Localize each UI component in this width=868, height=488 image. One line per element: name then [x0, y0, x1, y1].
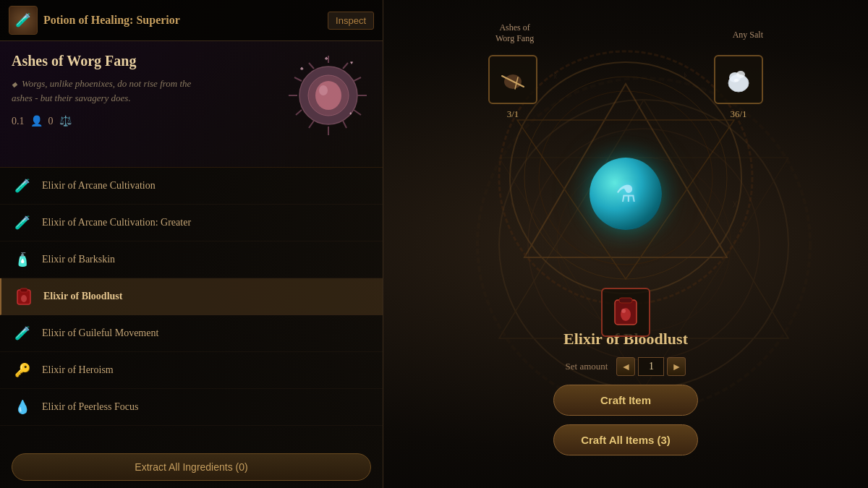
svg-text:♦: ♦ [349, 111, 352, 116]
top-bar: 🧪 Potion of Healing: Superior Inspect [0, 0, 383, 41]
list-item[interactable]: 🧪 Elixir of Arcane Cultivation: Greater [0, 205, 383, 241]
list-item[interactable]: 🧪 Elixir of Guileful Movement [0, 315, 383, 352]
item-label: Elixir of Guileful Movement [42, 328, 158, 339]
ingredient2-slot-area[interactable]: 36/1 [714, 55, 763, 120]
svg-line-11 [343, 63, 348, 69]
item-count: 0 [48, 116, 54, 127]
item-label: Elixir of Peerless Focus [42, 401, 138, 413]
item-icon: 🧴 [12, 249, 33, 270]
svg-point-47 [736, 71, 745, 78]
amount-control: ◄ 1 ► [616, 357, 686, 376]
item-label: Elixir of Arcane Cultivation [42, 180, 156, 192]
left-panel: 🧪 Potion of Healing: Superior Inspect As… [0, 0, 383, 488]
center-orb-icon: ⚗ [616, 180, 637, 207]
svg-text:ᚷ: ᚷ [733, 200, 737, 208]
item-icon: 🧪 [12, 322, 33, 344]
svg-point-48 [734, 79, 739, 82]
ingredient2-slot[interactable] [714, 55, 763, 104]
craft-all-button[interactable]: Craft All Items (3) [553, 424, 698, 455]
item-thumbnail: ♠ ♥ ♦ ♣ [281, 48, 375, 142]
item-icon: 🧪 [12, 175, 33, 197]
ingredient1-slot-area[interactable]: 3/1 [488, 55, 537, 120]
svg-text:ᚱ: ᚱ [553, 72, 558, 80]
amount-increase-button[interactable]: ► [667, 357, 686, 376]
item-icon: 🧪 [12, 212, 33, 234]
svg-text:ᚦ: ᚦ [684, 72, 688, 80]
ingredient2-count: 36/1 [730, 108, 746, 120]
svg-text:♥: ♥ [350, 60, 353, 66]
item-label: Elixir of Heroism [42, 364, 114, 376]
ingredient1-count: 3/1 [507, 108, 519, 120]
count-icon: ⚖️ [59, 115, 72, 127]
list-item[interactable]: 🧴 Elixir of Barkskin [0, 241, 383, 278]
ingredient1-slot[interactable] [488, 55, 537, 104]
ingredient1-label-area: Ashes ofWorg Fang [495, 22, 534, 45]
item-list: 🧪 Elixir of Arcane Cultivation 🧪 Elixir … [0, 168, 383, 426]
item-icon: 🧪 [9, 6, 38, 35]
item-icon: 💧 [12, 396, 33, 418]
amount-value: 1 [638, 357, 664, 376]
craft-item-button[interactable]: Craft Item [553, 385, 698, 416]
ingredient1-label: Ashes ofWorg Fang [495, 22, 534, 45]
extract-all-button[interactable]: Extract All Ingredients (0) [12, 453, 371, 481]
magic-circle: ᚱ ᚦ ᚾ ᚷ ᛟ Ashes ofWorg Fang Any Salt [467, 48, 785, 351]
list-item-selected[interactable]: Elixir of Bloodlust [0, 278, 383, 315]
amount-control-area: Set amount ◄ 1 ► [566, 357, 686, 376]
svg-line-17 [309, 121, 314, 128]
svg-line-18 [296, 110, 302, 115]
item-card: Ashes of Worg Fang Worgs, unlike phoenix… [0, 41, 383, 168]
svg-line-14 [354, 110, 361, 115]
ingredient2-label-area: Any Salt [733, 30, 763, 41]
item-card-description: Worgs, unlike phoenixes, do not rise fro… [12, 77, 200, 105]
top-bar-title: Potion of Healing: Superior [43, 14, 180, 27]
ingredient2-label: Any Salt [733, 30, 763, 41]
item-label: Elixir of Bloodlust [43, 291, 122, 302]
result-slot-area[interactable] [601, 288, 650, 337]
svg-point-8 [315, 81, 341, 110]
result-slot[interactable] [601, 288, 650, 337]
svg-rect-50 [619, 298, 632, 303]
svg-line-20 [294, 77, 302, 81]
svg-point-52 [621, 309, 626, 313]
svg-line-21 [309, 63, 314, 69]
amount-decrease-button[interactable]: ◄ [616, 357, 635, 376]
item-label: Elixir of Arcane Cultivation: Greater [42, 217, 191, 228]
set-amount-label: Set amount [566, 361, 608, 372]
list-item[interactable]: 💧 Elixir of Peerless Focus [0, 389, 383, 426]
list-item[interactable]: 🧪 Elixir of Arcane Cultivation [0, 168, 383, 205]
weight-icon: 👤 [30, 115, 43, 127]
item-label: Elixir of Barkskin [42, 254, 115, 265]
svg-line-12 [354, 77, 361, 81]
svg-text:ᚾ: ᚾ [510, 200, 514, 208]
inspect-button[interactable]: Inspect [328, 12, 374, 30]
svg-text:♣: ♣ [300, 66, 304, 72]
svg-point-9 [319, 85, 328, 95]
right-panel: ᚱ ᚦ ᚾ ᚷ ᛟ Ashes ofWorg Fang Any Salt [383, 0, 868, 488]
center-orb: ⚗ [590, 158, 662, 230]
svg-line-15 [343, 121, 346, 128]
svg-point-28 [21, 295, 27, 302]
list-item[interactable]: 🔑 Elixir of Heroism [0, 352, 383, 389]
item-icon [13, 286, 35, 307]
item-icon: 🔑 [12, 359, 33, 381]
svg-rect-27 [20, 288, 27, 292]
item-weight: 0.1 [12, 116, 25, 127]
